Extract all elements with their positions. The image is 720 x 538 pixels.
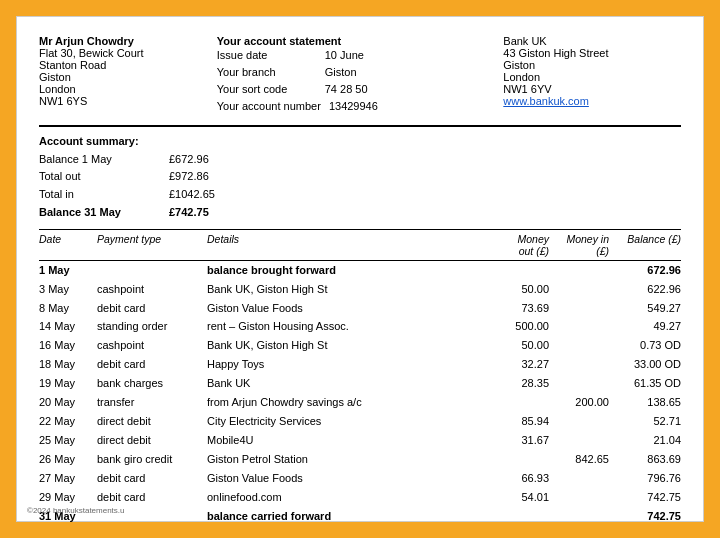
cell-details: Bank UK, Giston High St (207, 338, 484, 354)
col-header-date: Date (39, 233, 97, 257)
cell-type: bank giro credit (97, 452, 207, 468)
cell-date: 29 May (39, 490, 97, 506)
cell-moneyout: 85.94 (484, 414, 549, 430)
cell-balance: 622.96 (609, 282, 681, 298)
cell-details: from Arjun Chowdry savings a/c (207, 395, 484, 411)
cell-balance: 742.75 (609, 490, 681, 506)
cell-details: Happy Toys (207, 357, 484, 373)
table-row: 16 May cashpoint Bank UK, Giston High St… (39, 337, 681, 356)
cell-date: 25 May (39, 433, 97, 449)
table-row: 25 May direct debit Mobile4U 31.67 21.04 (39, 432, 681, 451)
cell-balance: 49.27 (609, 319, 681, 335)
table-row: 26 May bank giro credit Giston Petrol St… (39, 451, 681, 470)
cell-moneyin (549, 338, 609, 354)
table-row: 3 May cashpoint Bank UK, Giston High St … (39, 280, 681, 299)
account-number-row: Your account number 13429946 (217, 98, 484, 115)
cell-moneyout: 73.69 (484, 301, 549, 317)
cell-moneyout: 50.00 (484, 338, 549, 354)
cell-date: 16 May (39, 338, 97, 354)
cell-date: 18 May (39, 357, 97, 373)
table-header-row: Date Payment type Details Moneyout (£) M… (39, 229, 681, 261)
table-row: 31 May balance carried forward 742.75 (39, 507, 681, 526)
cell-date: 14 May (39, 319, 97, 335)
bank-address-line3: London (503, 71, 681, 83)
table-row: 19 May bank charges Bank UK 28.35 61.35 … (39, 375, 681, 394)
cell-details: Giston Value Foods (207, 471, 484, 487)
cell-details: Bank UK (207, 376, 484, 392)
bank-address-line1: 43 Giston High Street (503, 47, 681, 59)
bank-website[interactable]: www.bankuk.com (503, 95, 681, 107)
cell-moneyin: 842.65 (549, 452, 609, 468)
cell-moneyin (549, 282, 609, 298)
account-number-label: Your account number (217, 98, 321, 115)
cell-type: debit card (97, 471, 207, 487)
cell-date: 8 May (39, 301, 97, 317)
header-section: Mr Arjun Chowdry Flat 30, Bewick Court S… (39, 35, 681, 115)
sort-code-row: Your sort code 74 28 50 (217, 81, 484, 98)
cell-details: rent – Giston Housing Assoc. (207, 319, 484, 335)
bank-address: Bank UK 43 Giston High Street Giston Lon… (483, 35, 681, 115)
cell-type: standing order (97, 319, 207, 335)
cell-moneyout (484, 263, 549, 279)
cell-moneyout (484, 452, 549, 468)
cell-balance: 863.69 (609, 452, 681, 468)
total-in-label: Total in (39, 186, 149, 204)
cell-moneyin (549, 301, 609, 317)
cell-moneyout: 32.27 (484, 357, 549, 373)
address-line2: Stanton Road (39, 59, 217, 71)
table-body: 1 May balance brought forward 672.96 3 M… (39, 261, 681, 526)
cell-type: direct debit (97, 433, 207, 449)
col-header-moneyin: Money in(£) (549, 233, 609, 257)
cell-moneyin (549, 490, 609, 506)
cell-moneyout: 66.93 (484, 471, 549, 487)
bank-address-line4: NW1 6YV (503, 83, 681, 95)
table-row: 22 May direct debit City Electricity Ser… (39, 413, 681, 432)
cell-date: 20 May (39, 395, 97, 411)
table-row: 14 May standing order rent – Giston Hous… (39, 318, 681, 337)
statement-title: Your account statement (217, 35, 484, 47)
col-header-moneyout: Moneyout (£) (484, 233, 549, 257)
footer-text: ©2024 bankukstatements.u (27, 506, 125, 515)
cell-moneyin (549, 376, 609, 392)
cell-moneyout: 500.00 (484, 319, 549, 335)
cell-details: Bank UK, Giston High St (207, 282, 484, 298)
cell-moneyout: 54.01 (484, 490, 549, 506)
address-line5: NW1 6YS (39, 95, 217, 107)
branch-label: Your branch (217, 64, 317, 81)
cell-balance: 61.35 OD (609, 376, 681, 392)
table-row: 20 May transfer from Arjun Chowdry savin… (39, 394, 681, 413)
cell-details: Giston Value Foods (207, 301, 484, 317)
address-line4: London (39, 83, 217, 95)
cell-details: balance carried forward (207, 509, 484, 525)
cell-details: onlinefood.com (207, 490, 484, 506)
cell-date: 3 May (39, 282, 97, 298)
cell-date: 19 May (39, 376, 97, 392)
total-in-row: Total in £1042.65 (39, 186, 681, 204)
cell-moneyout: 50.00 (484, 282, 549, 298)
cell-moneyin (549, 433, 609, 449)
bank-statement-document: Mr Arjun Chowdry Flat 30, Bewick Court S… (16, 16, 704, 522)
customer-address: Mr Arjun Chowdry Flat 30, Bewick Court S… (39, 35, 217, 115)
balance-31may-label: Balance 31 May (39, 204, 149, 222)
branch-value: Giston (325, 64, 357, 81)
cell-moneyin (549, 263, 609, 279)
cell-moneyout (484, 509, 549, 525)
address-line3: Giston (39, 71, 217, 83)
balance-31may-value: £742.75 (169, 204, 239, 222)
cell-date: 27 May (39, 471, 97, 487)
sort-code-value: 74 28 50 (325, 81, 368, 98)
cell-type: transfer (97, 395, 207, 411)
cell-moneyout (484, 395, 549, 411)
bank-address-line2: Giston (503, 59, 681, 71)
table-row: 29 May debit card onlinefood.com 54.01 7… (39, 488, 681, 507)
cell-type: debit card (97, 490, 207, 506)
cell-balance: 52.71 (609, 414, 681, 430)
cell-details: Mobile4U (207, 433, 484, 449)
account-summary-section: Account summary: Balance 1 May £672.96 T… (39, 133, 681, 221)
cell-moneyin: 200.00 (549, 395, 609, 411)
cell-balance: 672.96 (609, 263, 681, 279)
cell-balance: 138.65 (609, 395, 681, 411)
total-out-label: Total out (39, 168, 149, 186)
cell-balance: 33.00 OD (609, 357, 681, 373)
cell-details: Giston Petrol Station (207, 452, 484, 468)
